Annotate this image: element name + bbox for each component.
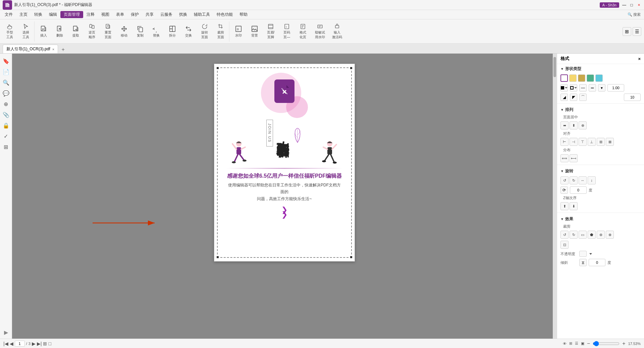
menu-help[interactable]: 帮助: [236, 11, 251, 18]
scrollbar-thumb[interactable]: [553, 57, 556, 77]
swap-button[interactable]: 交换: [181, 22, 196, 41]
clip-btn6[interactable]: ⊗: [606, 231, 614, 239]
sidebar-expand-button[interactable]: ▶: [4, 330, 8, 335]
color-swatch-white[interactable]: [560, 74, 568, 82]
split-button[interactable]: 拆分: [165, 22, 180, 41]
continuous-view-button[interactable]: ⊞: [43, 341, 47, 346]
center-h-btn[interactable]: ⬌: [560, 121, 569, 129]
format-button[interactable]: 格式化页: [295, 22, 311, 41]
rotate-page-button[interactable]: 旋转页面: [197, 22, 212, 41]
dash-style-btn[interactable]: ⌒: [579, 94, 587, 101]
clip-btn5[interactable]: ⊛: [597, 231, 605, 239]
reverse-button[interactable]: 逆页顺序: [84, 22, 100, 41]
extract-button[interactable]: 提取: [68, 22, 84, 41]
first-page-button[interactable]: |◀: [3, 341, 8, 346]
distribute-h-btn[interactable]: ⟺: [560, 154, 569, 162]
forms-icon[interactable]: ⊞: [1, 142, 11, 152]
comment-icon[interactable]: 💬: [1, 89, 11, 98]
zoom-out-button[interactable]: −: [587, 341, 590, 347]
rotate-section[interactable]: ▼ 旋转: [557, 166, 644, 175]
alignment-section[interactable]: ▼ 排列: [557, 105, 644, 114]
activate-button[interactable]: 输入激活码: [329, 22, 345, 41]
align-top-btn[interactable]: ⊥: [588, 138, 596, 146]
color-swatch-green[interactable]: [587, 74, 594, 82]
menu-assist[interactable]: 辅助工具: [191, 11, 213, 18]
grid-view-button[interactable]: ⊞: [623, 27, 631, 36]
insert-button[interactable]: 插入: [36, 22, 51, 41]
replace-button[interactable]: 替换: [149, 22, 164, 41]
accessibility-icon[interactable]: ✓: [1, 131, 11, 141]
menu-page-manage[interactable]: 页面管理: [60, 11, 83, 18]
header-footer-button[interactable]: 页眉/页脚: [263, 22, 278, 41]
rotate-ccw-btn[interactable]: ↺: [560, 176, 569, 184]
align-center-btn[interactable]: ⊣: [570, 138, 578, 146]
color-swatch-yellow[interactable]: [569, 74, 577, 82]
menu-share[interactable]: 共享: [142, 11, 157, 18]
minimize-button[interactable]: —: [622, 3, 627, 7]
crop-button[interactable]: 裁剪页面: [213, 22, 228, 41]
clip-btn2[interactable]: ↻: [570, 231, 578, 239]
zoom-in-button[interactable]: +: [622, 341, 625, 347]
signature-icon[interactable]: 🔒: [1, 121, 11, 130]
send-back-btn[interactable]: ⬇: [570, 202, 578, 210]
resize-handle-br[interactable]: [350, 256, 353, 258]
prev-page-button[interactable]: ◀: [10, 341, 13, 346]
single-view-button[interactable]: □: [48, 341, 51, 346]
line-style-btn2[interactable]: ═: [589, 84, 596, 92]
resize-handle-bl[interactable]: [216, 256, 219, 258]
line-width-btn[interactable]: ▼: [598, 84, 605, 92]
align-bottom-btn[interactable]: ⊠: [606, 138, 614, 146]
last-page-button[interactable]: ▶|: [37, 341, 42, 346]
menu-disturb[interactable]: 扰换: [176, 11, 191, 18]
canvas-area[interactable]: JOIN US 欢迎来到福昕: [12, 54, 557, 339]
pdf-tab[interactable]: 新人引导(1)_OCR(3).pdf ×: [3, 45, 58, 53]
clip-btn1[interactable]: ↺: [560, 231, 569, 239]
opacity-color-btn[interactable]: [579, 251, 587, 257]
reset-button[interactable]: 重置页面: [100, 22, 116, 41]
pages-icon[interactable]: 📄: [1, 67, 11, 76]
clip-btn7[interactable]: ⊡: [560, 241, 569, 249]
flip-h-btn[interactable]: ↔: [579, 176, 587, 184]
line-style-btn1[interactable]: —: [579, 84, 587, 92]
pageno-button[interactable]: 1 页码页—: [279, 22, 294, 41]
select-tool-button[interactable]: 选择工具: [18, 22, 34, 41]
menu-convert[interactable]: 转换: [31, 11, 46, 18]
corner-btn1[interactable]: ◢: [560, 94, 568, 101]
bookmark-icon[interactable]: 🔖: [1, 56, 11, 66]
menu-protect[interactable]: 保护: [127, 11, 142, 18]
next-page-button[interactable]: ▶: [32, 341, 36, 346]
search-sidebar-icon[interactable]: 🔍: [1, 78, 11, 87]
effects-section[interactable]: ▼ 效果: [557, 214, 644, 223]
menu-cloud[interactable]: 云服务: [157, 11, 176, 18]
view-icon1[interactable]: ⊞: [569, 341, 572, 346]
watermark-button[interactable]: 水 水印: [231, 22, 246, 41]
align-middle-btn[interactable]: ⊞: [597, 138, 605, 146]
rotate-value-input[interactable]: [570, 186, 587, 194]
line-width-input[interactable]: [607, 84, 624, 92]
account-badge[interactable]: A - Sh3n: [600, 2, 619, 8]
zoom-slider[interactable]: [593, 341, 620, 346]
hand-tool-button[interactable]: 手型工具: [2, 22, 17, 41]
view-icon3[interactable]: ▣: [581, 341, 584, 346]
current-page-input[interactable]: [15, 341, 25, 347]
list-view-button[interactable]: ☰: [633, 27, 641, 36]
align-right-btn[interactable]: ⊤: [579, 138, 587, 146]
copy-button[interactable]: 复制: [132, 22, 148, 41]
background-button[interactable]: 背景: [247, 22, 262, 41]
shape-type-section[interactable]: ▼ 形状类型: [557, 64, 644, 73]
layers-icon[interactable]: ⊕: [1, 99, 11, 109]
panel-close-button[interactable]: ×: [638, 56, 641, 61]
trymark-button[interactable]: 聪敏试用水印: [311, 22, 329, 41]
clip-btn3[interactable]: ▭: [579, 231, 587, 239]
clip-btn4[interactable]: ⬟: [588, 231, 596, 239]
menu-annotate[interactable]: 注释: [83, 11, 98, 18]
flip-v-btn[interactable]: ↕: [588, 176, 596, 184]
attachment-icon[interactable]: 📎: [1, 110, 11, 119]
align-left-btn[interactable]: ⊢: [560, 138, 569, 146]
color-swatch-gold[interactable]: [578, 74, 585, 82]
center-both-btn[interactable]: ⊕: [579, 121, 587, 129]
distribute-v-btn[interactable]: ⟻: [570, 154, 578, 162]
corner-radius-input[interactable]: [624, 94, 641, 101]
delete-button[interactable]: 删除: [52, 22, 67, 41]
vertical-scrollbar[interactable]: [553, 54, 557, 339]
